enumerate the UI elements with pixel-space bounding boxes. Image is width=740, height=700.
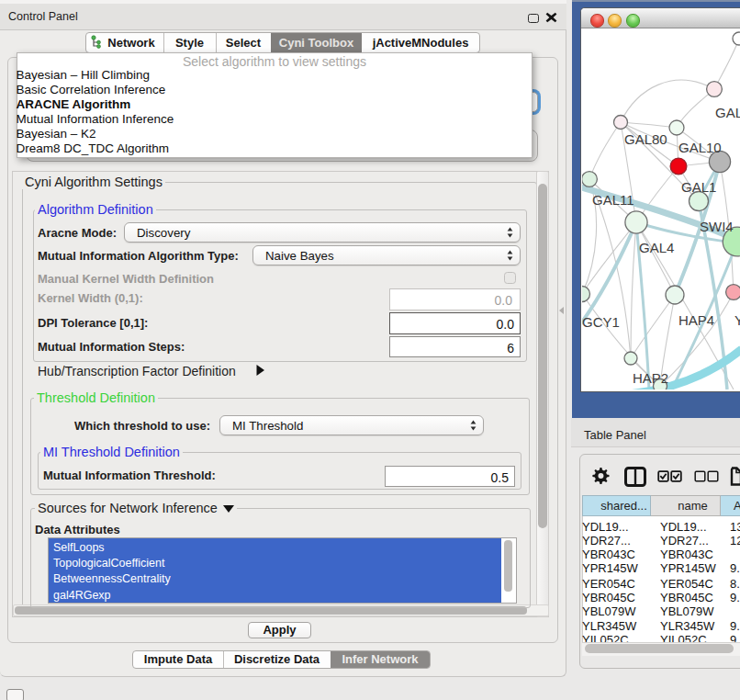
svg-text:HAP2: HAP2 — [633, 370, 668, 386]
svg-text:GAL11: GAL11 — [592, 192, 634, 208]
svg-text:GAL4: GAL4 — [639, 240, 674, 255]
svg-text:SWI4: SWI4 — [700, 219, 734, 234]
svg-text:HAP4: HAP4 — [678, 312, 714, 328]
svg-text:GAL80: GAL80 — [715, 105, 740, 120]
svg-text:GAL80: GAL80 — [624, 131, 667, 147]
svg-text:Y: Y — [734, 312, 740, 328]
svg-text:GAL1: GAL1 — [681, 179, 716, 195]
svg-text:GCY1: GCY1 — [582, 314, 620, 330]
svg-text:GAL10: GAL10 — [678, 140, 722, 155]
